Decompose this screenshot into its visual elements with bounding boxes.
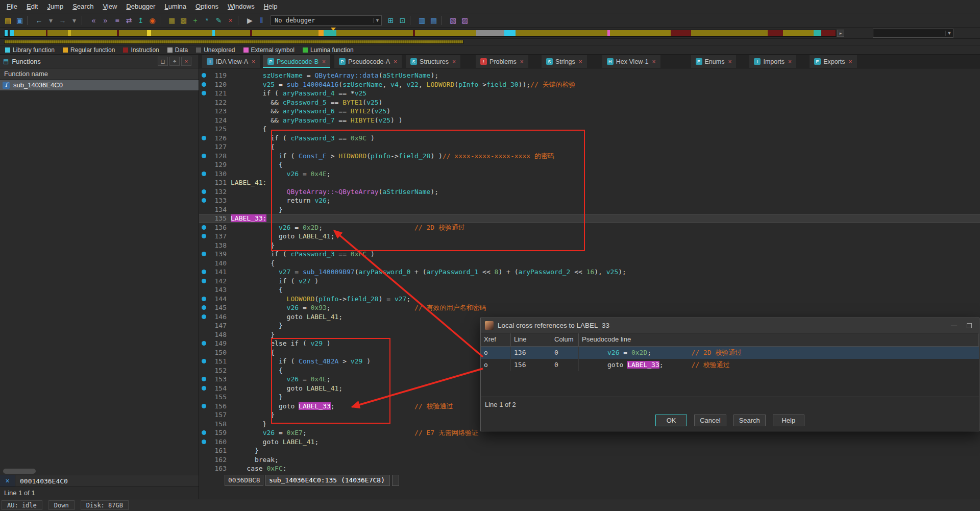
tab-structures[interactable]: SStructures×: [406, 55, 460, 68]
breakpoint-dot[interactable]: [199, 295, 208, 304]
column-header-colum[interactable]: Colum: [551, 333, 579, 346]
menu-item-lumina[interactable]: Lumina: [160, 1, 191, 12]
breakpoint-dot[interactable]: [199, 89, 208, 98]
attach-process-icon[interactable]: ⊞: [385, 15, 397, 26]
xref-row-156[interactable]: o1560goto LABEL_33; // 校验通过: [481, 359, 979, 371]
undefine-icon[interactable]: ×: [225, 15, 236, 26]
code-line-124[interactable]: 124 && aryPassword_7 == HIBYTE(v25) ): [199, 116, 980, 125]
function-row[interactable]: fsub_14036E4C0: [0, 80, 199, 90]
code-line-163[interactable]: 163 case 0xFC:: [199, 464, 980, 473]
breakpoint-dot[interactable]: [199, 196, 208, 205]
tab-close-icon[interactable]: ×: [788, 58, 792, 65]
tab-close-icon[interactable]: ×: [252, 58, 255, 65]
pause-process-icon[interactable]: ‖: [256, 15, 267, 26]
help-button[interactable]: Help: [773, 415, 804, 426]
open-names-icon[interactable]: ▤: [428, 15, 439, 26]
clear-address-button[interactable]: ×: [0, 475, 15, 486]
code-line-143[interactable]: 143 {: [199, 285, 980, 295]
tab-close-icon[interactable]: ×: [849, 58, 852, 65]
breakpoint-dot[interactable]: [199, 250, 208, 259]
code-line-162[interactable]: 162 break;: [199, 455, 980, 465]
breakpoint-dot[interactable]: [199, 223, 208, 232]
code-line-123[interactable]: 123 && aryPassword_6 == BYTE2(v25): [199, 107, 980, 116]
dialog-maximize-button[interactable]: [964, 321, 975, 330]
search-button[interactable]: Search: [733, 415, 766, 426]
breakpoint-dot[interactable]: [199, 267, 208, 277]
function-name-column-header[interactable]: Function name: [0, 68, 199, 80]
code-line-145[interactable]: 145 v26 = 0x93; // 有效的用户名和密码: [199, 303, 980, 312]
code-line-129[interactable]: 129 {: [199, 160, 980, 169]
code-line-120[interactable]: 120 v25 = sub_140004A16(szUserName, v4, …: [199, 80, 980, 89]
column-header-xref[interactable]: Xref: [481, 333, 511, 346]
navigation-band[interactable]: [4, 30, 836, 37]
stop-analysis-icon[interactable]: ◉: [146, 15, 158, 26]
tab-close-icon[interactable]: ×: [394, 58, 397, 65]
breakpoint-dot[interactable]: [199, 375, 208, 384]
menu-item-debugger[interactable]: Debugger: [121, 1, 160, 12]
tab-problems[interactable]: !Problems×: [476, 55, 528, 68]
breakpoint-dot[interactable]: [199, 402, 208, 411]
code-line-122[interactable]: 122 && cPassword_5 == BYTE1(v25): [199, 98, 980, 107]
menu-item-jump[interactable]: Jump: [42, 1, 68, 12]
menu-item-file[interactable]: File: [2, 1, 22, 12]
tab-hex-view-1[interactable]: HHex View-1×: [602, 55, 660, 68]
breakpoint-dot[interactable]: [199, 428, 208, 437]
tab-close-icon[interactable]: ×: [452, 58, 456, 65]
patch-bytes-icon[interactable]: ▦: [166, 15, 178, 26]
code-line-160[interactable]: 160 goto LABEL_41;: [199, 437, 980, 447]
tab-close-icon[interactable]: ×: [652, 58, 655, 65]
save-database-icon[interactable]: ▣: [14, 15, 26, 26]
navband-search-combo[interactable]: ▼: [873, 29, 953, 38]
code-line-134[interactable]: 134 }: [199, 205, 980, 214]
breakpoint-dot[interactable]: [199, 357, 208, 366]
code-line-144[interactable]: 144 LODWORD(pInfo->field_28) = v27;: [199, 295, 980, 304]
breakpoint-dot[interactable]: [199, 187, 208, 197]
code-line-142[interactable]: 142 if ( v27 ): [199, 277, 980, 286]
open-file-icon[interactable]: ▤: [2, 15, 14, 26]
navband-zoom[interactable]: [4, 40, 463, 44]
code-line-127[interactable]: 127 {: [199, 142, 980, 152]
tab-strings[interactable]: SStrings×: [542, 55, 587, 68]
jump-previous-icon[interactable]: «: [88, 15, 100, 26]
open-signatures-icon[interactable]: ▧: [447, 15, 459, 26]
breakpoint-dot[interactable]: [199, 437, 208, 447]
breakpoint-dot[interactable]: [199, 80, 208, 89]
forward-history-icon[interactable]: ▾: [68, 15, 80, 26]
menu-item-edit[interactable]: Edit: [22, 1, 42, 12]
functions-hscrollbar-thumb[interactable]: [3, 469, 36, 474]
functions-float-button[interactable]: ◻: [158, 57, 168, 66]
jump-next-icon[interactable]: »: [100, 15, 111, 26]
tab-close-icon[interactable]: ×: [322, 58, 326, 65]
menu-item-options[interactable]: Options: [191, 1, 223, 12]
breakpoint-dot[interactable]: [199, 169, 208, 179]
code-line-140[interactable]: 140 {: [199, 259, 980, 268]
tab-close-icon[interactable]: ×: [728, 58, 731, 65]
tab-imports[interactable]: IImports×: [749, 55, 796, 68]
column-header-pseudocode-line[interactable]: Pseudocode line: [579, 333, 979, 346]
dialog-minimize-button[interactable]: —: [948, 321, 960, 330]
breakpoint-dot[interactable]: [199, 312, 208, 322]
start-process-icon[interactable]: ▶: [244, 15, 256, 26]
menu-item-help[interactable]: Help: [259, 1, 282, 12]
tab-pseudocode-b[interactable]: PPseudocode-B×: [263, 55, 330, 68]
breakpoint-dot[interactable]: [199, 339, 208, 348]
code-line-126[interactable]: 126 if ( cPassword_3 == 0x9C ): [199, 134, 980, 143]
code-line-121[interactable]: 121 if ( aryPassword_4 == *v25: [199, 89, 980, 98]
forward-icon[interactable]: →: [57, 15, 68, 26]
functions-close-button[interactable]: ×: [181, 57, 191, 66]
code-line-141[interactable]: 141 v27 = sub_140009B97(aryPassword_0 + …: [199, 267, 980, 277]
code-line-136[interactable]: 136 v26 = 0x2D; // 2D 校验通过: [199, 223, 980, 232]
code-line-130[interactable]: 130 v26 = 0x4E;: [199, 169, 980, 179]
tab-pseudocode-a[interactable]: PPseudocode-A×: [334, 55, 402, 68]
debugger-options-icon[interactable]: ⊡: [397, 15, 408, 26]
breakpoint-dot[interactable]: [199, 303, 208, 312]
rename-icon[interactable]: ✎: [213, 15, 225, 26]
code-line-133[interactable]: 133 return v26;: [199, 196, 980, 205]
back-history-icon[interactable]: ▾: [45, 15, 57, 26]
breakpoint-dot[interactable]: [199, 152, 208, 161]
navband-scroll-right-button[interactable]: ▸: [837, 30, 844, 37]
produce-file-icon[interactable]: ▩: [178, 15, 189, 26]
breakpoint-dot[interactable]: [199, 71, 208, 80]
back-icon[interactable]: ←: [33, 15, 45, 26]
code-line-131[interactable]: 131LABEL_41:: [199, 178, 980, 187]
